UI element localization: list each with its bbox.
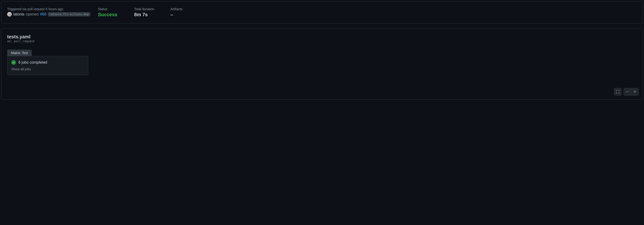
workflow-graph-card: tests.yaml on: pull_request Matrix: Test… bbox=[1, 28, 643, 100]
trigger-details: latonis opened #66 latonis:fix-actions-d… bbox=[7, 12, 90, 17]
zoom-in-button[interactable] bbox=[631, 88, 638, 95]
fullscreen-icon bbox=[616, 90, 620, 94]
run-summary-card: Triggered via pull request 5 hours ago l… bbox=[1, 1, 643, 23]
duration-label: Total duration bbox=[134, 7, 163, 11]
job-matrix-card[interactable]: 6 jobs completed Show all jobs bbox=[7, 56, 88, 75]
fullscreen-button[interactable] bbox=[614, 88, 622, 96]
pr-number-link[interactable]: #66 bbox=[40, 12, 46, 16]
username-link[interactable]: latonis bbox=[13, 12, 24, 16]
trigger-section: Triggered via pull request 5 hours ago l… bbox=[7, 7, 90, 17]
status-value[interactable]: Success bbox=[98, 12, 127, 17]
action-text: opened bbox=[26, 12, 38, 16]
status-block: Status Success bbox=[98, 7, 127, 17]
success-check-icon bbox=[11, 60, 16, 65]
avatar[interactable] bbox=[7, 12, 12, 17]
job-summary-text: 6 jobs completed bbox=[18, 60, 47, 65]
duration-value[interactable]: 8m 7s bbox=[134, 12, 163, 17]
artifacts-block: Artifacts – bbox=[170, 7, 199, 17]
plus-icon bbox=[633, 90, 637, 94]
workflow-file-title[interactable]: tests.yaml bbox=[7, 34, 637, 39]
zoom-out-button[interactable] bbox=[624, 88, 631, 95]
matrix-tab[interactable]: Matrix: Test bbox=[7, 50, 32, 56]
artifacts-label: Artifacts bbox=[170, 7, 199, 11]
branch-tag[interactable]: latonis:fix-actions-dep bbox=[48, 12, 90, 16]
trigger-label: Triggered via pull request 5 hours ago bbox=[7, 7, 90, 11]
job-status-row: 6 jobs completed bbox=[11, 60, 84, 65]
zoom-group bbox=[624, 88, 639, 96]
zoom-controls bbox=[614, 88, 639, 96]
workflow-trigger-subtitle: on: pull_request bbox=[7, 39, 637, 43]
minus-icon bbox=[626, 90, 629, 94]
artifacts-value: – bbox=[170, 12, 199, 17]
show-all-jobs-link[interactable]: Show all jobs bbox=[11, 67, 84, 71]
duration-block: Total duration 8m 7s bbox=[134, 7, 163, 17]
status-label: Status bbox=[98, 7, 127, 11]
